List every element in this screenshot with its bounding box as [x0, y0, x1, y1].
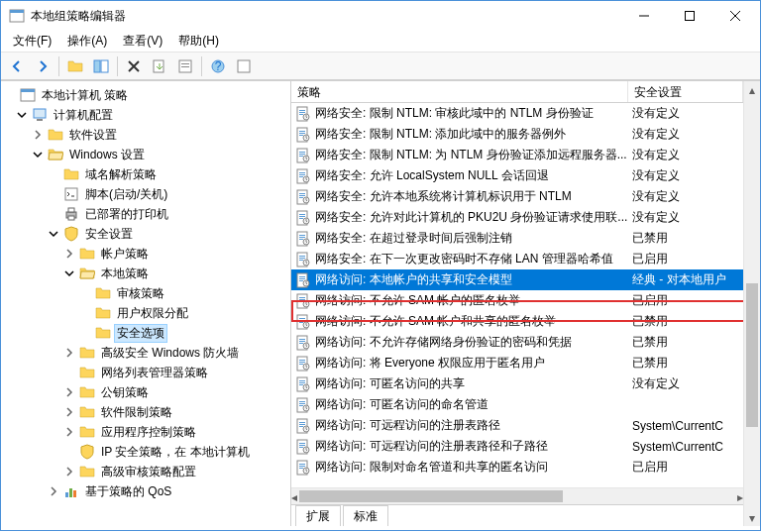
- toggle-icon[interactable]: [62, 465, 76, 479]
- policy-setting: 已禁用: [632, 313, 743, 330]
- list-row[interactable]: 网络访问: 不允许 SAM 帐户和共享的匿名枚举已禁用: [291, 311, 743, 332]
- toggle-icon[interactable]: [62, 425, 76, 439]
- scroll-thumb-v[interactable]: [746, 283, 758, 427]
- toggle-icon[interactable]: [62, 385, 76, 399]
- policy-name: 网络安全: 限制 NTLM: 添加此域中的服务器例外: [315, 126, 632, 143]
- column-policy[interactable]: 策略: [291, 81, 628, 102]
- tree-pubkey[interactable]: 公钥策略: [1, 382, 290, 402]
- details-pane: 策略 安全设置 网络安全: 限制 NTLM: 审核此域中的 NTLM 身份验证没…: [291, 81, 760, 526]
- menu-view[interactable]: 查看(V): [115, 31, 170, 52]
- vertical-scrollbar[interactable]: ▴ ▾: [743, 81, 760, 526]
- list-row[interactable]: 网络访问: 可匿名访问的共享没有定义: [291, 373, 743, 394]
- scroll-down-button[interactable]: ▾: [744, 509, 760, 526]
- tree-pane[interactable]: 本地计算机 策略 计算机配置 软件设置 Windows 设置 域名解析策略 脚本…: [1, 81, 291, 526]
- tree-scripts[interactable]: 脚本(启动/关机): [1, 184, 290, 204]
- toggle-icon[interactable]: [62, 247, 76, 261]
- policy-icon: [295, 106, 311, 122]
- tab-extended[interactable]: 扩展: [295, 505, 341, 526]
- list-row[interactable]: 网络安全: 允许对此计算机的 PKU2U 身份验证请求使用联...没有定义: [291, 207, 743, 228]
- scroll-up-button[interactable]: ▴: [744, 81, 760, 98]
- toggle-icon[interactable]: [31, 128, 45, 142]
- list-row[interactable]: 网络安全: 限制 NTLM: 为 NTLM 身份验证添加远程服务器...没有定义: [291, 145, 743, 165]
- scroll-thumb-h[interactable]: [299, 490, 563, 502]
- tree-nlm[interactable]: 网络列表管理器策略: [1, 363, 290, 382]
- policy-setting: 经典 - 对本地用户: [632, 271, 743, 288]
- minimize-button[interactable]: [621, 1, 667, 31]
- menu-file[interactable]: 文件(F): [5, 31, 59, 52]
- policy-name: 网络访问: 可远程访问的注册表路径: [315, 417, 632, 434]
- list-row[interactable]: 网络安全: 限制 NTLM: 添加此域中的服务器例外没有定义: [291, 124, 743, 145]
- tree-audit-policy[interactable]: 审核策略: [1, 283, 290, 303]
- tree-security-options[interactable]: 安全选项: [1, 323, 290, 343]
- toggle-icon[interactable]: [62, 405, 76, 419]
- list-row[interactable]: 网络访问: 本地帐户的共享和安全模型经典 - 对本地用户: [291, 269, 743, 290]
- properties-button[interactable]: [173, 54, 197, 78]
- tree-security-settings[interactable]: 安全设置: [1, 224, 290, 244]
- list-body[interactable]: 网络安全: 限制 NTLM: 审核此域中的 NTLM 身份验证没有定义网络安全:…: [291, 103, 743, 487]
- menubar: 文件(F) 操作(A) 查看(V) 帮助(H): [1, 31, 760, 53]
- titlebar[interactable]: 本地组策略编辑器: [1, 1, 760, 31]
- maximize-button[interactable]: [667, 1, 712, 31]
- tree-software-settings[interactable]: 软件设置: [1, 125, 290, 145]
- list-row[interactable]: 网络访问: 可远程访问的注册表路径和子路径System\CurrentC: [291, 436, 743, 457]
- delete-button[interactable]: [122, 54, 146, 78]
- show-hide-tree-button[interactable]: [89, 54, 113, 78]
- tree-qos[interactable]: 基于策略的 QoS: [1, 481, 290, 501]
- list-row[interactable]: 网络安全: 在下一次更改密码时不存储 LAN 管理器哈希值已启用: [291, 249, 743, 269]
- close-button[interactable]: [712, 1, 758, 31]
- policy-icon: [295, 231, 311, 247]
- tree-firewall[interactable]: 高级安全 Windows 防火墙: [1, 343, 290, 363]
- tree-advaudit[interactable]: 高级审核策略配置: [1, 462, 290, 481]
- toggle-icon[interactable]: [62, 346, 76, 360]
- tree-windows-settings[interactable]: Windows 设置: [1, 145, 290, 164]
- column-setting[interactable]: 安全设置: [628, 81, 743, 102]
- toggle-icon[interactable]: [62, 266, 76, 280]
- toggle-icon[interactable]: [47, 484, 60, 498]
- policy-setting: 没有定义: [632, 188, 743, 205]
- toggle-icon[interactable]: [31, 148, 45, 161]
- list-row[interactable]: 网络安全: 限制 NTLM: 审核此域中的 NTLM 身份验证没有定义: [291, 103, 743, 124]
- tree-user-rights[interactable]: 用户权限分配: [1, 303, 290, 323]
- window-title: 本地组策略编辑器: [31, 8, 621, 25]
- toggle-icon[interactable]: [15, 108, 29, 122]
- tree-printers[interactable]: 已部署的打印机: [1, 204, 290, 224]
- policy-name: 网络安全: 限制 NTLM: 为 NTLM 身份验证添加远程服务器...: [315, 147, 632, 163]
- tree-ipsec[interactable]: IP 安全策略，在 本地计算机: [1, 442, 290, 462]
- list-row[interactable]: 网络访问: 可远程访问的注册表路径System\CurrentC: [291, 415, 743, 436]
- refresh-button[interactable]: [232, 54, 256, 78]
- horizontal-scrollbar[interactable]: ◂ ▸: [291, 487, 743, 504]
- list-row[interactable]: 网络安全: 允许本地系统将计算机标识用于 NTLM没有定义: [291, 186, 743, 207]
- back-button[interactable]: [5, 54, 29, 78]
- policy-name: 网络访问: 不允许 SAM 帐户和共享的匿名枚举: [315, 313, 632, 330]
- policy-icon: [295, 397, 311, 413]
- tree-computer-config[interactable]: 计算机配置: [1, 105, 290, 125]
- menu-action[interactable]: 操作(A): [59, 31, 115, 52]
- list-row[interactable]: 网络安全: 允许 LocalSystem NULL 会话回退没有定义: [291, 165, 743, 186]
- tree-root[interactable]: 本地计算机 策略: [1, 85, 290, 105]
- policy-icon: [295, 189, 311, 205]
- policy-name: 网络访问: 将 Everyone 权限应用于匿名用户: [315, 355, 632, 372]
- tree-account-policies[interactable]: 帐户策略: [1, 244, 290, 264]
- list-row[interactable]: 网络访问: 限制对命名管道和共享的匿名访问已启用: [291, 457, 743, 478]
- svg-rect-25: [238, 60, 250, 72]
- help-button[interactable]: ?: [206, 54, 230, 78]
- list-row[interactable]: 网络访问: 可匿名访问的命名管道: [291, 394, 743, 415]
- menu-help[interactable]: 帮助(H): [170, 31, 227, 52]
- up-button[interactable]: [63, 54, 87, 78]
- export-button[interactable]: [148, 54, 171, 78]
- tree-dns[interactable]: 域名解析策略: [1, 164, 290, 184]
- tree-local-policies[interactable]: 本地策略: [1, 264, 290, 283]
- toggle-icon[interactable]: [47, 227, 60, 241]
- list-row[interactable]: 网络访问: 将 Everyone 权限应用于匿名用户已禁用: [291, 353, 743, 373]
- forward-button[interactable]: [31, 54, 54, 78]
- tree-swrestrict[interactable]: 软件限制策略: [1, 402, 290, 422]
- tree-appctrl[interactable]: 应用程序控制策略: [1, 422, 290, 442]
- list-row[interactable]: 网络访问: 不允许存储网络身份验证的密码和凭据已禁用: [291, 332, 743, 353]
- svg-rect-22: [181, 66, 189, 67]
- policy-name: 网络安全: 在超过登录时间后强制注销: [315, 230, 632, 247]
- tab-standard[interactable]: 标准: [343, 505, 388, 526]
- list-row[interactable]: 网络访问: 不允许 SAM 帐户的匿名枚举已启用: [291, 290, 743, 311]
- svg-text:?: ?: [215, 59, 222, 73]
- policy-setting: 已禁用: [632, 230, 743, 247]
- list-row[interactable]: 网络安全: 在超过登录时间后强制注销已禁用: [291, 228, 743, 249]
